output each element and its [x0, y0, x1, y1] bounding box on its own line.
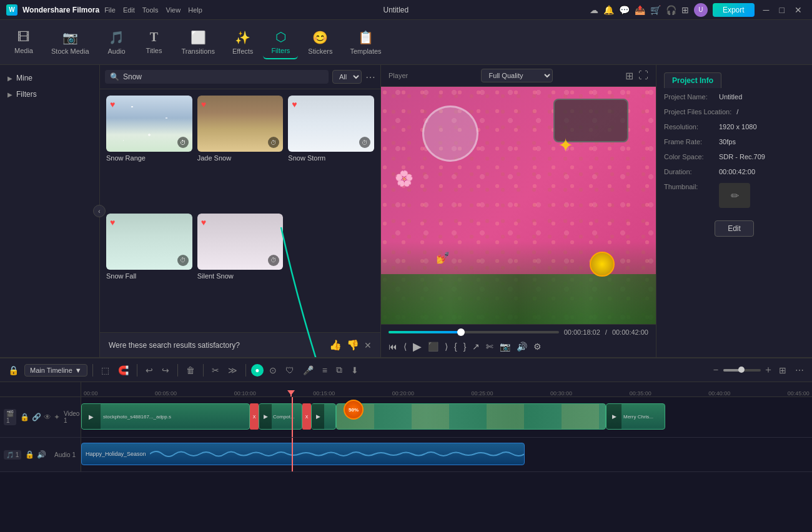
skip-back-button[interactable]: ⏮ [389, 342, 397, 352]
frame-forward-button[interactable]: ⟩ [445, 342, 448, 352]
audio-track-1-content[interactable]: Happy_Holiday_Season [81, 438, 812, 471]
tl-mic-button[interactable]: 🎤 [300, 363, 317, 377]
volume-button[interactable]: 🔊 [517, 342, 527, 352]
sidebar-item-mine[interactable]: ▶ Mine [0, 70, 99, 86]
toolbar-filters[interactable]: ⬡ Filters [263, 26, 298, 59]
stop-button[interactable]: ⬛ [428, 342, 438, 352]
toolbar-effects[interactable]: ✨ Effects [225, 26, 260, 59]
avatar-icon[interactable]: U [694, 3, 708, 17]
search-input[interactable] [123, 72, 324, 81]
mark-out-button[interactable]: } [463, 342, 467, 352]
tl-cut-button[interactable]: ✂ [209, 363, 222, 377]
share-icon[interactable]: 📤 [635, 5, 645, 15]
transition-marker-1[interactable]: X [250, 403, 259, 430]
minimize-button[interactable]: ─ [760, 5, 773, 15]
tl-more2-button[interactable]: ⋯ [792, 363, 807, 377]
frame-back-button[interactable]: ⟨ [404, 342, 407, 352]
settings-button[interactable]: ⚙ [533, 342, 542, 352]
video-clip-1[interactable]: ▶ stockphoto_s488167..._adpp.s [81, 403, 250, 430]
track-link-icon[interactable]: 🔗 [32, 413, 41, 421]
mark-in-button[interactable]: { [454, 342, 457, 352]
sidebar-collapse-button[interactable]: ‹ [93, 205, 106, 217]
headset-icon[interactable]: 🎧 [666, 5, 676, 15]
project-info-tab[interactable]: Project Info [664, 72, 721, 88]
tl-grid-button[interactable]: ⊞ [776, 363, 790, 377]
toolbar-audio[interactable]: 🎵 Audio [99, 26, 134, 59]
video-clip-2[interactable]: ▶ Compot... [259, 403, 302, 430]
clip-button[interactable]: ✄ [486, 342, 493, 352]
right-panel: Project Info Project Name: Untitled Proj… [656, 65, 812, 357]
tl-caption-button[interactable]: ≡ [319, 363, 330, 377]
filter-category-select[interactable]: All [332, 70, 362, 84]
transition-marker-2[interactable]: X [302, 403, 311, 430]
menu-view[interactable]: View [166, 6, 181, 14]
sidebar-item-filters[interactable]: ▶ Filters [0, 86, 99, 102]
zoom-slider[interactable] [723, 369, 761, 372]
toolbar-transitions[interactable]: ⬜ Transitions [174, 26, 222, 59]
video-clip-4[interactable] [336, 403, 606, 430]
chat-icon[interactable]: 💬 [619, 5, 630, 15]
notification-icon[interactable]: 🔔 [603, 5, 614, 15]
cloud-icon[interactable]: ☁ [590, 5, 598, 15]
favorite-snow-fall-icon: ♥ [110, 217, 115, 227]
video-clip-3[interactable]: ▶ [311, 403, 336, 430]
track-lock-icon[interactable]: 🔒 [20, 413, 29, 421]
track-magic-icon[interactable]: ✦ [54, 413, 60, 421]
toolbar-titles[interactable]: T Titles [137, 26, 172, 58]
edit-button[interactable]: Edit [715, 220, 754, 237]
toolbar-media[interactable]: 🎞 Media [6, 26, 41, 58]
filter-card-snow-range[interactable]: ♥ ⏱ Snow Range [106, 96, 192, 209]
tl-shield-button[interactable]: 🛡 [282, 363, 297, 377]
grid-icon[interactable]: ⊞ [681, 5, 689, 15]
progress-handle[interactable] [457, 328, 465, 336]
grid-view-icon[interactable]: ⊞ [625, 70, 633, 82]
progress-bar[interactable] [389, 331, 559, 333]
tl-record-button[interactable]: ● [251, 364, 264, 377]
toolbar-templates[interactable]: 📋 Templates [342, 26, 389, 59]
filter-card-jade-snow[interactable]: ♥ ⏱ Jade Snow [197, 96, 284, 209]
audio-lock-icon[interactable]: 🔒 [25, 450, 34, 459]
tl-delete-button[interactable]: 🗑 [183, 363, 198, 377]
fullscreen-icon[interactable]: ⛶ [638, 70, 648, 82]
filter-card-silent-snow[interactable]: ♥ ⏱ Silent Snow [197, 214, 284, 327]
quality-select[interactable]: Full Quality High Quality Medium Quality [481, 69, 553, 82]
audio-clip-1[interactable]: Happy_Holiday_Season [81, 443, 525, 465]
store-icon[interactable]: 🛒 [650, 5, 661, 15]
feedback-close-button[interactable]: ✕ [364, 340, 372, 350]
tl-magnet-icon[interactable]: 🧲 [115, 363, 132, 377]
export-button[interactable]: Export [713, 3, 755, 17]
maximize-button[interactable]: □ [776, 5, 788, 15]
track-eye-icon[interactable]: 👁 [44, 413, 51, 421]
feedback-dislike-button[interactable]: 👎 [347, 339, 359, 351]
extract-button[interactable]: ↗ [472, 342, 480, 352]
menu-edit[interactable]: Edit [123, 6, 135, 14]
zoom-in-button[interactable]: ＋ [763, 363, 773, 377]
filter-card-snow-fall[interactable]: ♥ ⏱ Snow Fall [106, 214, 192, 327]
video-clip-5[interactable]: ▶ Merry Chris... [606, 403, 665, 430]
toolbar-stock-media[interactable]: 📷 Stock Media [44, 26, 97, 59]
play-button[interactable]: ▶ [413, 340, 422, 353]
menu-file[interactable]: File [104, 6, 116, 14]
tl-save-button[interactable]: ⬇ [348, 363, 362, 377]
filter-card-snow-storm[interactable]: ♥ ⏱ Snow Storm [288, 96, 374, 209]
video-track-1-content[interactable]: ▶ stockphoto_s488167..._adpp.s X ▶ Compo… [81, 397, 812, 437]
camera-button[interactable]: 📷 [500, 342, 510, 352]
toolbar-stickers[interactable]: 😊 Stickers [300, 26, 340, 59]
clip-2-label: Compot... [272, 414, 296, 420]
more-options-button[interactable]: ⋯ [365, 71, 375, 83]
thumbnail-box[interactable]: ✏ [719, 183, 750, 208]
tl-overlay-button[interactable]: ⊙ [266, 363, 280, 377]
audio-track-icons: 🔒 🔊 [25, 450, 46, 459]
feedback-like-button[interactable]: 👍 [329, 339, 342, 351]
tl-redo-button[interactable]: ↪ [159, 363, 172, 377]
audio-volume-icon[interactable]: 🔊 [37, 450, 46, 459]
menu-help[interactable]: Help [188, 6, 202, 14]
zoom-out-button[interactable]: － [711, 363, 721, 377]
close-button[interactable]: ✕ [791, 5, 806, 15]
tl-auto-caption-button[interactable]: ⧉ [333, 363, 345, 377]
tl-more-button[interactable]: ≫ [225, 363, 240, 377]
tl-scene-icon[interactable]: ⬚ [98, 363, 112, 377]
timeline-label-select[interactable]: Main Timeline ▼ [24, 364, 87, 377]
menu-tools[interactable]: Tools [142, 6, 159, 14]
tl-undo-button[interactable]: ↩ [142, 363, 156, 377]
